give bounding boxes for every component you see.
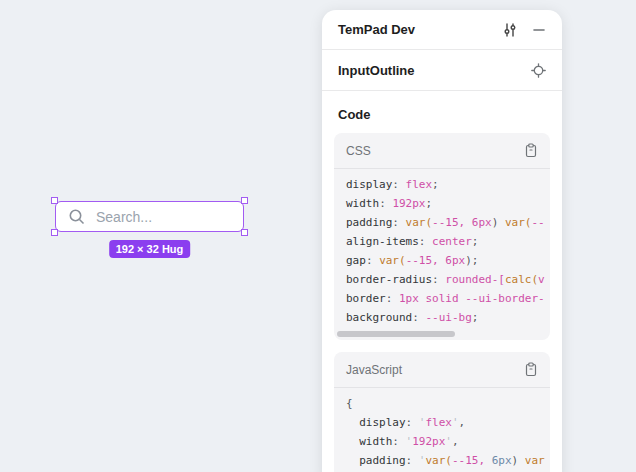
copy-icon[interactable] bbox=[524, 362, 538, 377]
tempad-dev-panel: TemPad Dev InputOutline bbox=[322, 10, 562, 472]
minimize-icon[interactable] bbox=[532, 23, 546, 37]
code-block-css: CSSdisplay: flex;width: 192px;padding: v… bbox=[334, 133, 550, 340]
code-block-label: CSS bbox=[346, 144, 371, 158]
selected-node-row: InputOutline bbox=[322, 50, 562, 91]
size-badge: 192 × 32 Hug bbox=[109, 240, 191, 258]
code-line: border-radius: rounded-[calc(v bbox=[346, 270, 550, 289]
copy-icon[interactable] bbox=[524, 143, 538, 158]
code-blocks: CSSdisplay: flex;width: 192px;padding: v… bbox=[334, 133, 550, 472]
selection-handle-top-right[interactable] bbox=[241, 197, 248, 204]
search-placeholder: Search... bbox=[96, 209, 152, 225]
code-line: align-items: center; bbox=[346, 232, 550, 251]
code-line: padding: 'var(--15, 6px) var bbox=[346, 451, 550, 470]
code-content: { display: 'flex', width: '192px', paddi… bbox=[334, 388, 550, 472]
code-line: gap: var(--15, 6px); bbox=[346, 251, 550, 270]
panel-title: TemPad Dev bbox=[338, 22, 415, 37]
code-line: display: flex; bbox=[346, 175, 550, 194]
code-line: width: 192px; bbox=[346, 194, 550, 213]
code-line: border: 1px solid --ui-border- bbox=[346, 289, 550, 308]
code-block-label: JavaScript bbox=[346, 363, 402, 377]
code-section-title: Code bbox=[334, 107, 550, 125]
search-input[interactable]: Search... bbox=[55, 201, 244, 232]
code-block-header: CSS bbox=[334, 133, 550, 169]
scrollbar-thumb[interactable] bbox=[337, 331, 455, 337]
code-content: display: flex;width: 192px;padding: var(… bbox=[334, 169, 550, 331]
crosshair-icon[interactable] bbox=[531, 63, 546, 78]
selection-handle-top-left[interactable] bbox=[51, 197, 58, 204]
code-line: display: 'flex', bbox=[346, 413, 550, 432]
code-line: padding: var(--15, 6px) var(-- bbox=[346, 213, 550, 232]
horizontal-scrollbar bbox=[334, 331, 550, 340]
code-line: width: '192px', bbox=[346, 432, 550, 451]
selected-node-name: InputOutline bbox=[338, 63, 415, 78]
search-icon bbox=[68, 208, 86, 226]
sliders-icon[interactable] bbox=[502, 22, 518, 38]
selection-handle-bottom-right[interactable] bbox=[241, 229, 248, 236]
selected-component[interactable]: Search... 192 × 32 Hug bbox=[55, 201, 244, 232]
panel-body: Code CSSdisplay: flex;width: 192px;paddi… bbox=[322, 91, 562, 472]
code-line: { bbox=[346, 394, 550, 413]
code-line: background: --ui-bg; bbox=[346, 308, 550, 327]
code-block-javascript: JavaScript{ display: 'flex', width: '192… bbox=[334, 352, 550, 472]
code-block-header: JavaScript bbox=[334, 352, 550, 388]
panel-header: TemPad Dev bbox=[322, 10, 562, 50]
selection-handle-bottom-left[interactable] bbox=[51, 229, 58, 236]
